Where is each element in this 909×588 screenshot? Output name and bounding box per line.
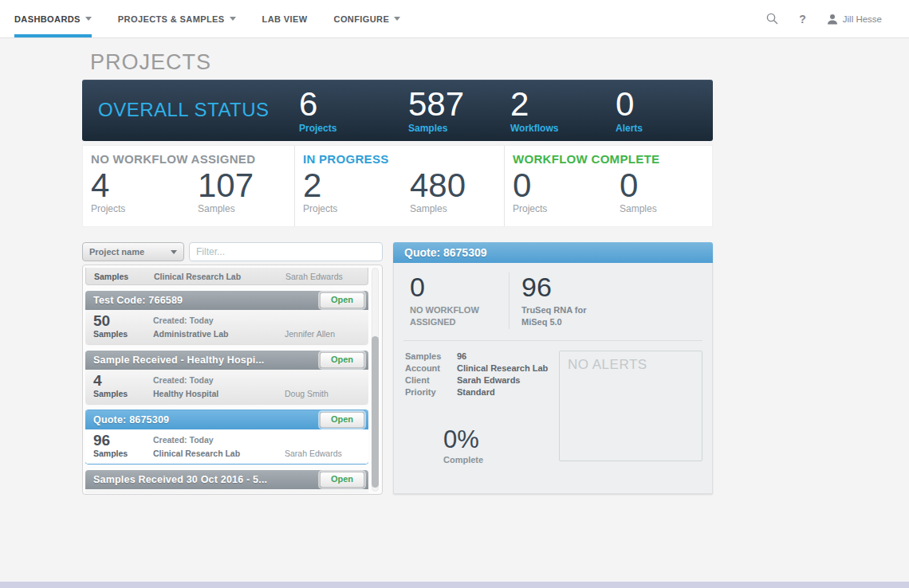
list-scrollbar[interactable] — [372, 268, 379, 492]
project-title: Samples Received 30 Oct 2016 - 5... — [93, 474, 267, 485]
account-name: Clinical Research Lab — [154, 272, 285, 281]
section-in-progress: IN PROGRESS 2 Projects 480 Samples — [294, 146, 504, 226]
stat-label: TruSeq RNA for MiSeq 5.0 — [521, 304, 587, 329]
stat-label-line: TruSeq RNA for — [521, 304, 587, 316]
filter-input[interactable] — [189, 242, 383, 261]
nav-menu: DASHBOARDS PROJECTS & SAMPLES LAB VIEW C… — [0, 0, 427, 37]
overall-alerts-label: Alerts — [616, 123, 643, 134]
stat-value: 0 — [513, 168, 547, 203]
stat-label: Projects — [303, 203, 337, 214]
project-card-header[interactable]: Sample Received - Healthy Hospi... Open — [85, 351, 368, 370]
stat-label: Samples — [410, 203, 466, 214]
field-priority: Priority Standard — [405, 386, 551, 398]
filter-row: Project name — [82, 242, 383, 261]
nav-item-projects-samples-label: PROJECTS & SAMPLES — [118, 14, 225, 24]
overall-samples-label: Samples — [408, 123, 464, 134]
field-label: Account — [405, 363, 457, 374]
owner-name: Jennifer Allen — [285, 329, 360, 339]
project-card-selected[interactable]: Quote: 8675309 Open 96 Samples Created: … — [85, 410, 368, 464]
stat-label-line: MiSeq 5.0 — [521, 316, 587, 328]
project-card-partial[interactable]: Samples Clinical Research Lab Sarah Edwa… — [85, 268, 368, 285]
project-list: Samples Clinical Research Lab Sarah Edwa… — [82, 265, 383, 495]
progress-value: 0% — [443, 427, 551, 453]
open-button[interactable]: Open — [320, 472, 364, 487]
project-card[interactable]: Samples Received 30 Oct 2016 - 5... Open… — [85, 470, 368, 493]
user-menu[interactable]: Jill Hesse — [827, 14, 882, 25]
scrollbar-thumb[interactable] — [372, 336, 379, 488]
stat-value: 4 — [91, 168, 125, 203]
field-value: Standard — [457, 386, 551, 398]
section-stat: 480 Samples — [410, 168, 466, 214]
stat-value: 96 — [521, 272, 587, 301]
chevron-down-icon — [394, 17, 400, 21]
open-button[interactable]: Open — [320, 412, 364, 427]
detail-body: 0 NO WORKFLOW ASSIGNED 96 TruSeq RNA for… — [393, 263, 713, 494]
samples-count: 50 — [93, 492, 153, 493]
samples-label: Samples — [93, 449, 153, 458]
user-icon — [827, 14, 838, 25]
chevron-down-icon — [230, 17, 236, 21]
account-name: Administrative Lab — [153, 329, 285, 339]
overall-stat-alerts: 0 Alerts — [616, 88, 643, 134]
filter-field-dropdown[interactable]: Project name — [82, 242, 184, 261]
project-list-column: Project name Samples Clinical Research L… — [82, 242, 383, 495]
nav-item-lab-view-label: LAB VIEW — [262, 14, 308, 24]
progress-label: Complete — [443, 455, 551, 465]
section-heading: WORKFLOW COMPLETE — [513, 152, 659, 166]
detail-stat-workflow: 96 TruSeq RNA for MiSeq 5.0 — [510, 272, 587, 329]
section-stat: 107 Samples — [198, 168, 254, 214]
project-card-body: 50 Samples Created: Today Administrative… — [85, 310, 368, 344]
section-no-workflow-assigned: NO WORKFLOW ASSIGNED 4 Projects 107 Samp… — [83, 146, 294, 226]
field-account: Account Clinical Research Lab — [405, 363, 551, 374]
overall-workflows-label: Workflows — [510, 123, 558, 134]
section-heading: NO WORKFLOW ASSIGNED — [91, 152, 255, 166]
account-name: Clinical Research Lab — [153, 449, 285, 458]
samples-count: 50 — [93, 313, 153, 327]
project-card[interactable]: Test Code: 766589 Open 50 Samples Create… — [85, 291, 368, 344]
nav-item-configure[interactable]: CONFIGURE — [334, 0, 401, 37]
chevron-down-icon — [85, 17, 92, 21]
stat-label: Samples — [620, 203, 657, 214]
overall-projects-label: Projects — [299, 123, 336, 134]
created-date: Created: Today — [153, 375, 285, 385]
projects-browser: Project name Samples Clinical Research L… — [82, 242, 713, 495]
section-stat: 4 Projects — [91, 168, 125, 214]
open-button[interactable]: Open — [320, 352, 364, 367]
nav-item-dashboards[interactable]: DASHBOARDS — [14, 0, 92, 37]
stat-label: Projects — [91, 203, 125, 214]
field-samples: Samples 96 — [405, 351, 551, 363]
overall-projects-value: 6 — [299, 88, 336, 121]
stat-label: Samples — [198, 203, 254, 214]
overall-workflows-value: 2 — [510, 88, 558, 121]
owner-name: Sarah Edwards — [285, 272, 360, 281]
project-title: Test Code: 766589 — [93, 295, 183, 306]
nav-item-configure-label: CONFIGURE — [334, 14, 390, 24]
stat-value: 480 — [410, 168, 466, 203]
page-title: PROJECTS — [82, 38, 713, 80]
account-name: Healthy Hospital — [153, 389, 285, 398]
search-icon[interactable] — [766, 13, 778, 25]
detail-header: Quote: 8675309 — [393, 242, 713, 263]
field-label: Samples — [405, 351, 457, 363]
overall-status-title: OVERALL STATUS — [98, 99, 270, 121]
samples-label: Samples — [94, 272, 154, 281]
project-card[interactable]: Sample Received - Healthy Hospi... Open … — [85, 351, 368, 404]
project-card-body: 50 Samples Created: Today — [85, 489, 368, 493]
project-card-header[interactable]: Quote: 8675309 Open — [85, 410, 368, 429]
user-name: Jill Hesse — [843, 14, 882, 24]
open-button[interactable]: Open — [320, 292, 364, 308]
nav-item-lab-view[interactable]: LAB VIEW — [262, 0, 308, 37]
owner-name: Sarah Edwards — [285, 449, 360, 458]
samples-label: Samples — [93, 389, 153, 398]
alerts-box: NO ALERTS — [559, 351, 702, 461]
help-icon[interactable]: ? — [799, 13, 806, 25]
project-title: Sample Received - Healthy Hospi... — [93, 355, 265, 366]
stat-label-line: ASSIGNED — [410, 316, 509, 328]
created-date: Created: Today — [153, 435, 285, 445]
nav-utilities: ? Jill Hesse — [766, 0, 909, 37]
project-card-header[interactable]: Samples Received 30 Oct 2016 - 5... Open — [85, 470, 368, 489]
field-value: Clinical Research Lab — [457, 363, 551, 374]
project-card-header[interactable]: Test Code: 766589 Open — [85, 291, 368, 310]
nav-item-projects-samples[interactable]: PROJECTS & SAMPLES — [118, 0, 236, 37]
stat-value: 0 — [620, 168, 657, 203]
